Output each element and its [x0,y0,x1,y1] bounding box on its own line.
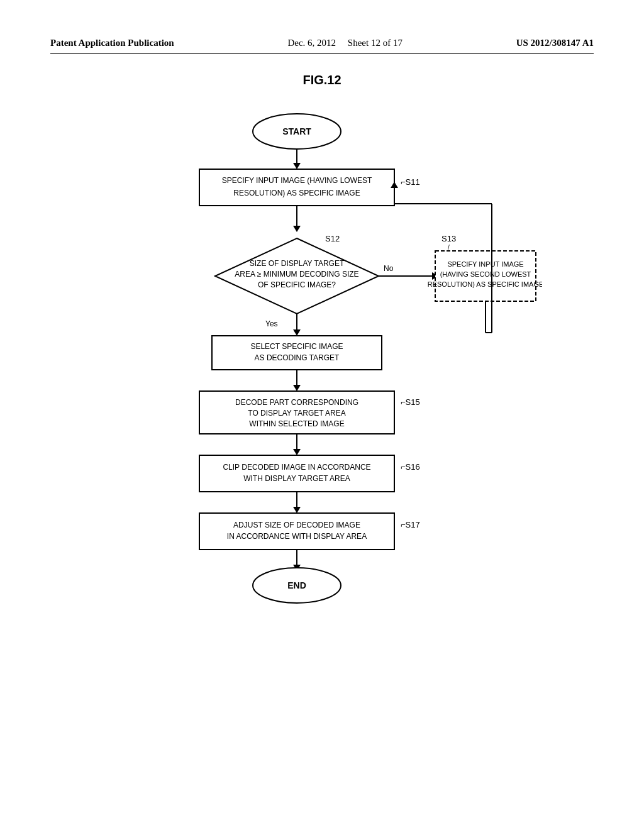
s17-text-2: IN ACCORDANCE WITH DISPLAY AREA [227,532,367,541]
s16-text-2: WITH DISPLAY TARGET AREA [243,474,350,483]
s12-text-1: SIZE OF DISPLAY TARGET [250,259,345,268]
s16-text-1: CLIP DECODED IMAGE IN ACCORDANCE [223,463,370,472]
s14-text-2: AS DECODING TARGET [255,353,340,362]
svg-rect-3 [199,169,394,206]
page: Patent Application Publication Dec. 6, 2… [0,0,644,830]
svg-rect-18 [212,336,382,370]
s12-text-2: AREA ≥ MINIMUM DECODING SIZE [235,270,358,279]
s12-label: S12 [325,234,340,243]
yes-label: Yes [265,319,278,328]
s15-text-2: TO DISPLAY TARGET AREA [248,409,345,418]
s13-slash: / [448,244,450,251]
s13-text-1: SPECIFY INPUT IMAGE [447,260,523,268]
date-sheet: Dec. 6, 2012 Sheet 12 of 17 [287,38,402,48]
s15-label: ⌐S15 [401,397,420,407]
svg-rect-27 [199,513,394,550]
s17-label: ⌐S17 [401,520,420,529]
svg-marker-20 [293,385,301,391]
s15-text-3: WITHIN SELECTED IMAGE [249,419,344,428]
start-label: START [282,126,311,136]
s13-label: S13 [441,234,456,243]
page-header: Patent Application Publication Dec. 6, 2… [50,38,594,54]
s17-text-1: ADJUST SIZE OF DECODED IMAGE [233,521,360,529]
no-label: No [384,264,394,273]
s16-label: ⌐S16 [401,462,420,472]
s11-text-1: SPECIFY INPUT IMAGE (HAVING LOWEST [222,176,372,185]
s11-text-2: RESOLUTION) AS SPECIFIC IMAGE [233,189,360,197]
svg-marker-26 [293,507,301,513]
s13-text-3: RESOLUTION) AS SPECIFIC IMAGE [428,280,542,288]
s11-label: ⌐S11 [401,177,420,187]
flowchart-container: START SPECIFY INPUT IMAGE (HAVING LOWEST… [102,106,542,706]
date: Dec. 6, 2012 [287,38,336,48]
patent-number: US 2012/308147 A1 [516,38,594,48]
figure-title: FIG.12 [50,73,594,87]
flowchart-svg: START SPECIFY INPUT IMAGE (HAVING LOWEST… [102,106,542,704]
svg-marker-2 [293,163,301,169]
sheet: Sheet 12 of 17 [348,38,402,48]
s15-text-1: DECODE PART CORRESPONDING [235,398,358,407]
s14-text-1: SELECT SPECIFIC IMAGE [250,342,343,351]
svg-marker-17 [293,329,301,336]
svg-marker-23 [293,449,301,455]
end-label: END [287,580,306,590]
svg-rect-24 [199,455,394,492]
s13-text-2: (HAVING SECOND LOWEST [440,270,531,278]
publication-label: Patent Application Publication [50,38,174,48]
s12-text-3: OF SPECIFIC IMAGE? [258,280,336,289]
svg-marker-5 [293,226,301,232]
